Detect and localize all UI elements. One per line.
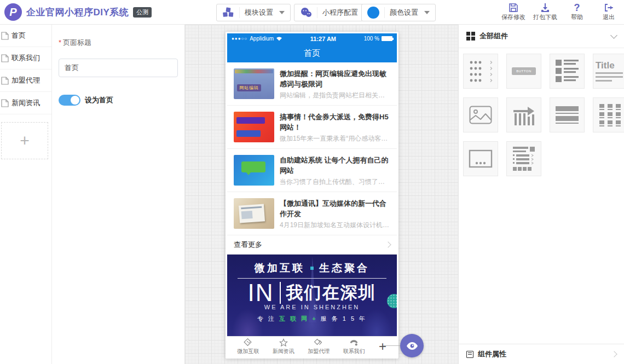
news-thumbnail [234, 155, 274, 186]
chevron-down-icon [424, 11, 430, 14]
save-button[interactable]: 保存修改 [501, 2, 525, 21]
news-thumbnail: 网站编辑 [234, 68, 274, 99]
phone-status-bar: ●●●○○ Applidium 11:27 AM 100 % [227, 33, 397, 44]
phone-icon [349, 338, 359, 347]
exit-button[interactable]: 退出 [597, 2, 621, 21]
clock-label: 11:27 AM [285, 36, 362, 42]
phone-nav-title: 首页 [227, 44, 397, 62]
wechat-icon [300, 7, 312, 18]
sidebar-item-home[interactable]: 首页 [0, 25, 51, 47]
cubes-icon [222, 7, 234, 18]
news-thumbnail [234, 112, 274, 142]
component-list-rows[interactable] [463, 54, 498, 89]
save-label: 保存修改 [501, 13, 525, 21]
color-settings-label: 颜色设置 [390, 8, 418, 18]
vertical-divider [280, 282, 281, 304]
download-button[interactable]: 打包下载 [533, 2, 557, 21]
news-title: 自助建站系统 让每个人拥有自己的网站 [280, 155, 390, 176]
news-item[interactable]: 【微加通讯】互动媒体的新一代合作开发 4月19日新加坡知名互动媒体设计机构Pin… [227, 192, 397, 235]
news-desc: 微加15年来一直秉承着“用心感动客户！”的... [280, 134, 390, 143]
divider [317, 7, 317, 18]
thumbnail-caption: 网站编辑 [237, 84, 261, 91]
page-icon [1, 54, 9, 62]
chart-arrow-icon [512, 103, 535, 126]
sidebar-item-contact[interactable]: 联系我们 [0, 47, 51, 70]
preview-eye-button[interactable] [400, 334, 424, 357]
brand: P 企业官网小程序DIY系统 公测 [4, 3, 152, 21]
page-title-input[interactable] [59, 59, 178, 77]
connector-line [383, 345, 402, 346]
news-item[interactable]: 搞事情！代金券大派送，免费得H5网站！ 微加15年来一直秉承着“用心感动客户！”… [227, 106, 397, 149]
tab-label: 加盟代理 [308, 348, 330, 355]
tags-icon [314, 338, 323, 347]
set-home-toggle[interactable] [59, 95, 80, 106]
component-image[interactable] [463, 97, 498, 132]
button-chip: BUTTON [512, 67, 536, 75]
news-title: 【微加通讯】互动媒体的新一代合作开发 [280, 198, 390, 219]
top-actions: 保存修改 打包下载 ? 帮助 退出 [501, 2, 621, 21]
page-icon [1, 99, 9, 107]
component-chart-arrow[interactable] [506, 97, 541, 132]
components-header[interactable]: 全部组件 [459, 25, 624, 48]
page-icon [1, 77, 9, 85]
sidebar-item-agency[interactable]: 加盟代理 [0, 70, 51, 92]
news-desc: 4月19日新加坡知名互动媒体设计机构Pinh... [280, 221, 390, 230]
set-home-row: 设为首页 [59, 95, 177, 106]
properties-icon [466, 351, 473, 358]
phone-tabbar: 微加互联 新闻资讯 加盟代理 联系我们 + [227, 336, 397, 357]
star-icon [279, 338, 288, 347]
tab-news[interactable]: 新闻资讯 [266, 338, 302, 355]
carrier-label: Applidium [250, 36, 274, 42]
tab-contact[interactable]: 联系我们 [337, 338, 372, 355]
component-button[interactable]: BUTTON [506, 54, 541, 89]
signal-icon: ●●●○○ [232, 36, 247, 41]
chevron-down-icon [610, 32, 617, 39]
tab-label: 微加互联 [237, 348, 259, 355]
battery-percent: 100 % [364, 36, 379, 42]
page-title-label: *页面标题 [59, 38, 177, 48]
banner-bars-icon [555, 105, 579, 125]
chevron-right-icon [611, 351, 617, 357]
color-settings-button[interactable]: 颜色设置 [361, 4, 436, 21]
component-carousel[interactable] [463, 141, 498, 176]
component-rich-list[interactable] [506, 141, 541, 176]
sidebar-item-label: 新闻资讯 [11, 98, 40, 108]
brand-diamond-icon [244, 338, 253, 347]
components-panel: 全部组件 BUTTON [458, 25, 624, 364]
component-banner-bars[interactable] [550, 97, 585, 132]
sidebar-item-news[interactable]: 新闻资讯 [0, 92, 51, 114]
components-title: 全部组件 [479, 31, 607, 41]
news-list: 网站编辑 微加提醒：网页编辑应避免出现敏感词与极限词 网站编辑，是指负责网站栏目… [227, 62, 397, 235]
add-page-button[interactable]: + [1, 122, 48, 159]
top-bar: P 企业官网小程序DIY系统 公测 模块设置 小程序配置 颜色设置 保存修改 [0, 0, 624, 25]
title-tile: Title [593, 61, 624, 82]
news-desc: 当你习惯了自拍上传优酷、习惯了写点小... [280, 177, 390, 187]
news-item[interactable]: 自助建站系统 让每个人拥有自己的网站 当你习惯了自拍上传优酷、习惯了写点小... [227, 149, 397, 192]
image-icon [469, 106, 492, 124]
component-image-text-list[interactable] [550, 54, 585, 89]
component-tiles: BUTTON Title [459, 48, 624, 176]
page-icon [1, 32, 9, 40]
required-mark: * [59, 38, 61, 47]
help-button[interactable]: ? 帮助 [565, 2, 589, 21]
component-properties-bar[interactable]: 组件属性 [459, 344, 624, 364]
chevron-down-icon [279, 11, 285, 14]
view-more-button[interactable]: 查看更多 [227, 235, 397, 255]
component-title-text[interactable]: Title [593, 54, 624, 89]
exit-icon [604, 2, 614, 13]
news-title: 微加提醒：网页编辑应避免出现敏感词与极限词 [280, 68, 390, 89]
add-tab-button[interactable]: + [372, 339, 394, 354]
divider [239, 7, 240, 18]
tab-weijia[interactable]: 微加互联 [230, 338, 266, 355]
component-grid[interactable] [593, 97, 624, 132]
app-title: 企业官网小程序DIY系统 [26, 6, 129, 19]
tab-agency[interactable]: 加盟代理 [301, 338, 337, 355]
properties-title: 组件属性 [478, 349, 608, 359]
promo-banner[interactable]: 微加互联 生态聚合 IN 我们在深圳 WE ARE IN SHENZHEN 专 … [227, 255, 397, 336]
module-settings-button[interactable]: 模块设置 [216, 4, 291, 21]
news-item[interactable]: 网站编辑 微加提醒：网页编辑应避免出现敏感词与极限词 网站编辑，是指负责网站栏目… [227, 62, 397, 106]
save-icon [509, 2, 518, 13]
page-settings-panel: *页面标题 设为首页 [52, 25, 185, 364]
set-home-label: 设为首页 [85, 95, 113, 105]
sidebar-item-label: 联系我们 [11, 53, 40, 63]
